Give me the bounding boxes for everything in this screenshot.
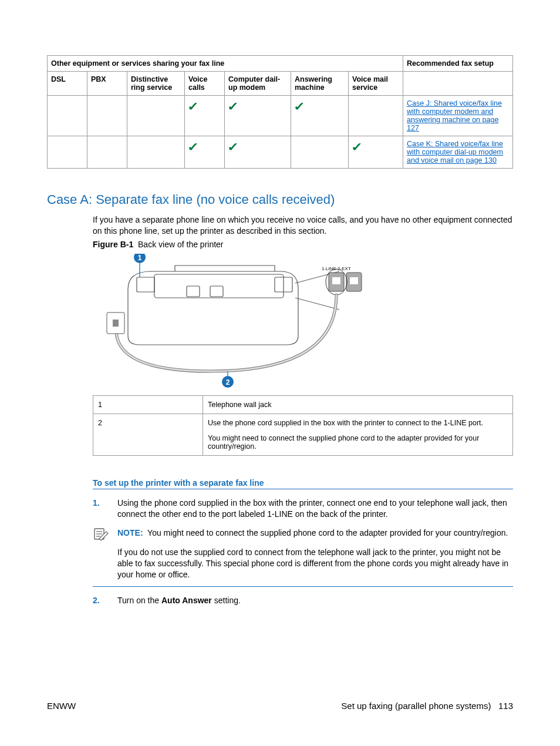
step-text: Turn on the xyxy=(117,596,161,605)
callout-number: 2 xyxy=(93,414,203,455)
intro-paragraph: If you have a separate phone line on whi… xyxy=(93,214,513,237)
figure-caption: Figure B-1 Back view of the printer xyxy=(93,239,513,250)
col-pbx: PBX xyxy=(87,72,127,96)
svg-line-6 xyxy=(295,298,339,310)
callout-table: 1 Telephone wall jack 2 Use the phone co… xyxy=(93,395,513,456)
footer-right: Set up faxing (parallel phone systems) 1… xyxy=(341,701,513,711)
equipment-table: Other equipment or services sharing your… xyxy=(47,55,513,169)
section-heading: Case A: Separate fax line (no voice call… xyxy=(47,192,513,207)
callout-text-line: You might need to connect the supplied p… xyxy=(208,434,508,451)
note-paragraph: If you do not use the supplied cord to c… xyxy=(117,547,513,580)
col-distinctive: Distinctive ring service xyxy=(127,72,185,96)
checkmark-icon: ✓ xyxy=(187,140,199,154)
printer-diagram: 1-LINE 2-EXT 1 xyxy=(93,254,513,391)
callout-num-2: 2 xyxy=(226,378,230,387)
col-voicemail: Voice mail service xyxy=(349,72,403,96)
table-group-left: Other equipment or services sharing your… xyxy=(48,56,403,72)
svg-rect-13 xyxy=(113,320,119,327)
callout-text: Use the phone cord supplied in the box w… xyxy=(203,414,513,455)
callout-text: Telephone wall jack xyxy=(203,395,513,414)
svg-rect-9 xyxy=(332,277,340,284)
note-text: You might need to connect the supplied p… xyxy=(147,528,508,537)
setup-heading: To set up the printer with a separate fa… xyxy=(93,478,513,489)
callout-number: 1 xyxy=(93,395,203,414)
port-label-text: 1-LINE 2-EXT xyxy=(322,266,351,271)
footer-section: Set up faxing (parallel phone systems) xyxy=(341,701,491,711)
col-modem: Computer dail-up modem xyxy=(225,72,291,96)
table-group-right: Recommended fax setup xyxy=(403,56,513,72)
footer-left: ENWW xyxy=(47,701,76,711)
step-bold: Auto Answer xyxy=(161,596,212,605)
callout-num-1: 1 xyxy=(138,254,142,262)
link-case-j[interactable]: Case J: Shared voice/fax line with compu… xyxy=(407,99,502,132)
checkmark-icon: ✓ xyxy=(351,140,363,154)
col-recommended xyxy=(403,72,513,96)
figure-caption-text: Back view of the printer xyxy=(138,240,224,249)
step-2: Turn on the Auto Answer setting. xyxy=(93,595,513,606)
note-label: NOTE: xyxy=(117,528,143,537)
page-number: 113 xyxy=(498,701,513,711)
col-answering: Answering machine xyxy=(291,72,349,96)
table-row: ✓ ✓ ✓ Case J: Shared voice/fax line with… xyxy=(48,96,513,136)
table-row: 2 Use the phone cord supplied in the box… xyxy=(93,414,513,455)
col-voice: Voice calls xyxy=(185,72,225,96)
link-case-k[interactable]: Case K: Shared voice/fax line with compu… xyxy=(407,140,503,164)
figure-label: Figure B-1 xyxy=(93,240,133,249)
checkmark-icon: ✓ xyxy=(227,99,239,113)
checkmark-icon: ✓ xyxy=(187,99,199,113)
callout-text-line: Use the phone cord supplied in the box w… xyxy=(208,419,508,427)
svg-rect-10 xyxy=(350,277,358,284)
step-1: Using the phone cord supplied in the box… xyxy=(93,498,513,520)
checkmark-icon: ✓ xyxy=(227,140,239,154)
note-block: NOTE: You might need to connect the supp… xyxy=(93,527,513,587)
step-text: setting. xyxy=(212,596,241,605)
table-row: ✓ ✓ ✓ Case K: Shared voice/fax line with… xyxy=(48,136,513,169)
checkmark-icon: ✓ xyxy=(294,99,305,113)
table-row: 1 Telephone wall jack xyxy=(93,395,513,414)
col-dsl: DSL xyxy=(48,72,87,96)
note-icon xyxy=(93,527,109,542)
